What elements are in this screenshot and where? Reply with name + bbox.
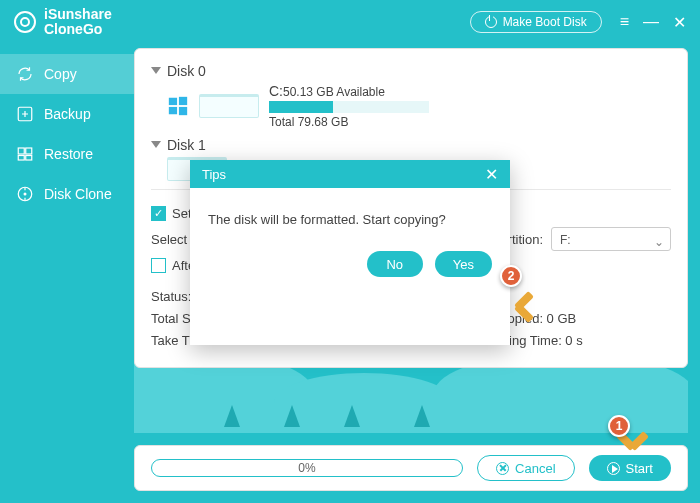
dialog-message: The disk will be formatted. Start copyin… <box>190 188 510 251</box>
dialog-close-icon[interactable]: ✕ <box>485 165 498 184</box>
backup-icon <box>16 105 34 123</box>
disk0-header[interactable]: Disk 0 <box>151 63 671 79</box>
svg-point-6 <box>24 193 27 196</box>
footer-panel: 0% Cancel Start <box>134 445 688 491</box>
sidebar-item-restore[interactable]: Restore <box>0 134 134 174</box>
annotation-marker-2: 2 <box>500 265 522 287</box>
chevron-down-icon <box>151 67 161 79</box>
power-icon <box>485 16 497 28</box>
svg-rect-8 <box>179 97 187 105</box>
make-boot-label: Make Boot Disk <box>503 15 587 29</box>
svg-rect-2 <box>26 148 32 154</box>
sidebar-item-disk-clone[interactable]: Disk Clone <box>0 174 134 214</box>
make-boot-disk-button[interactable]: Make Boot Disk <box>470 11 602 33</box>
drive-total: Total 79.68 GB <box>269 115 429 129</box>
dialog-title: Tips <box>202 167 226 182</box>
menu-icon[interactable]: ≡ <box>620 13 629 32</box>
svg-rect-7 <box>169 98 177 105</box>
disk-clone-icon <box>16 185 34 203</box>
windows-icon <box>167 95 189 117</box>
cancel-icon <box>496 462 509 475</box>
play-icon <box>607 462 620 475</box>
sidebar: Copy Backup Restore Disk Clone <box>0 44 134 503</box>
progress-bar: 0% <box>151 459 463 477</box>
sidebar-label: Backup <box>44 106 91 122</box>
copy-icon <box>16 65 34 83</box>
app-title: iSunshare CloneGo <box>44 7 112 36</box>
svg-rect-3 <box>18 156 24 161</box>
brand-line1: iSunshare <box>44 7 112 22</box>
drive-letter: C: <box>269 83 283 99</box>
restore-icon <box>16 145 34 163</box>
tips-dialog: Tips ✕ The disk will be formatted. Start… <box>190 160 510 345</box>
usage-bar <box>269 101 429 113</box>
sidebar-label: Restore <box>44 146 93 162</box>
cancel-button[interactable]: Cancel <box>477 455 574 481</box>
sidebar-item-backup[interactable]: Backup <box>0 94 134 134</box>
annotation-marker-1: 1 <box>608 415 630 437</box>
svg-rect-10 <box>179 107 187 115</box>
dialog-no-button[interactable]: No <box>367 251 423 277</box>
sidebar-label: Disk Clone <box>44 186 112 202</box>
sidebar-item-copy[interactable]: Copy <box>0 54 134 94</box>
minimize-icon[interactable]: — <box>643 13 659 32</box>
svg-rect-9 <box>169 107 177 114</box>
svg-rect-1 <box>18 148 24 154</box>
progress-text: 0% <box>298 461 315 475</box>
annotation-arrow-2 <box>508 295 538 325</box>
brand-line2: CloneGo <box>44 22 112 37</box>
close-icon[interactable]: ✕ <box>673 13 686 32</box>
app-logo-icon <box>14 11 36 33</box>
chevron-down-icon <box>151 141 161 153</box>
partition-select[interactable]: F: <box>551 227 671 251</box>
svg-rect-4 <box>26 156 32 161</box>
disk1-header[interactable]: Disk 1 <box>151 137 671 153</box>
sidebar-label: Copy <box>44 66 77 82</box>
drive-icon <box>199 94 259 118</box>
disk0-drive[interactable]: C:50.13 GB Available Total 79.68 GB <box>167 83 671 129</box>
drive-available: 50.13 GB Available <box>283 85 385 99</box>
dialog-yes-button[interactable]: Yes <box>435 251 492 277</box>
